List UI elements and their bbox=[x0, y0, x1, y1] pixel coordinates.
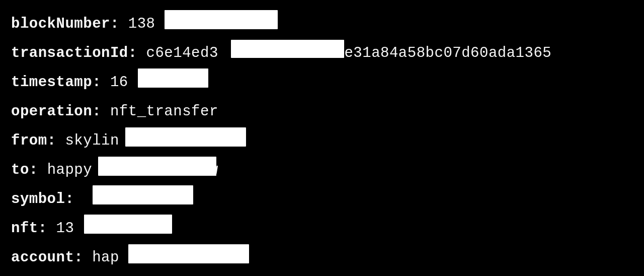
field-separator: : bbox=[74, 250, 92, 265]
field-key: to bbox=[11, 163, 29, 177]
field-key: transactionId bbox=[11, 46, 128, 60]
field-key: timestamp bbox=[11, 75, 92, 90]
field-value-pre: nft_transfer bbox=[110, 104, 218, 119]
redaction-box bbox=[138, 68, 208, 88]
redaction-box bbox=[231, 40, 344, 58]
field-separator: : bbox=[65, 192, 83, 206]
field-value-pre: 138 bbox=[128, 17, 155, 31]
field-separator: : bbox=[92, 75, 110, 90]
field-value-pre: c6e14ed3 bbox=[146, 46, 218, 60]
log-row-blockNumber: blockNumber: 138 bbox=[11, 9, 633, 38]
field-separator: : bbox=[47, 133, 65, 148]
redaction-box bbox=[165, 10, 278, 29]
log-row-account: account: hap bbox=[11, 243, 633, 272]
field-value-pre: hap bbox=[92, 250, 119, 265]
log-row-nft: nft: 13 bbox=[11, 214, 633, 243]
field-key: from bbox=[11, 133, 47, 148]
log-row-to: to: happyXXXXXXXXXXXXXw bbox=[11, 155, 633, 184]
redaction-box bbox=[125, 127, 246, 147]
log-row-symbol: symbol: bbox=[11, 184, 633, 214]
log-row-transactionId: transactionId: c6e14ed3XXXXXXXXXXXXXbe31… bbox=[11, 38, 633, 67]
redaction-box bbox=[84, 215, 172, 234]
field-separator: : bbox=[29, 163, 47, 177]
field-key: account bbox=[11, 250, 74, 265]
field-value-pre: happy bbox=[47, 163, 93, 177]
field-key: blockNumber bbox=[11, 17, 110, 31]
terminal-output: blockNumber: 138transactionId: c6e14ed3X… bbox=[0, 0, 644, 276]
field-key: nft bbox=[11, 221, 38, 236]
field-value-post: be31a84a58bc07d60ada1365 bbox=[336, 46, 552, 60]
redaction-box bbox=[93, 185, 193, 204]
field-separator: : bbox=[38, 221, 56, 236]
log-row-operation: operation: nft_transfer bbox=[11, 97, 633, 126]
field-separator: : bbox=[128, 46, 146, 60]
field-key: symbol bbox=[11, 192, 65, 206]
log-row-from: from: skylinXXXXXXXXXXXXXd bbox=[11, 126, 633, 155]
log-row-timestamp: timestamp: 16XXXXXXXX7 bbox=[11, 67, 633, 97]
field-value-pre: skylin bbox=[65, 133, 119, 148]
field-key: operation bbox=[11, 104, 92, 119]
redaction-box bbox=[98, 157, 216, 176]
field-separator: : bbox=[92, 104, 110, 119]
field-separator: : bbox=[110, 17, 128, 31]
field-value-pre: 13 bbox=[56, 221, 74, 236]
field-value-pre: 16 bbox=[110, 75, 128, 90]
redaction-box bbox=[128, 244, 249, 263]
